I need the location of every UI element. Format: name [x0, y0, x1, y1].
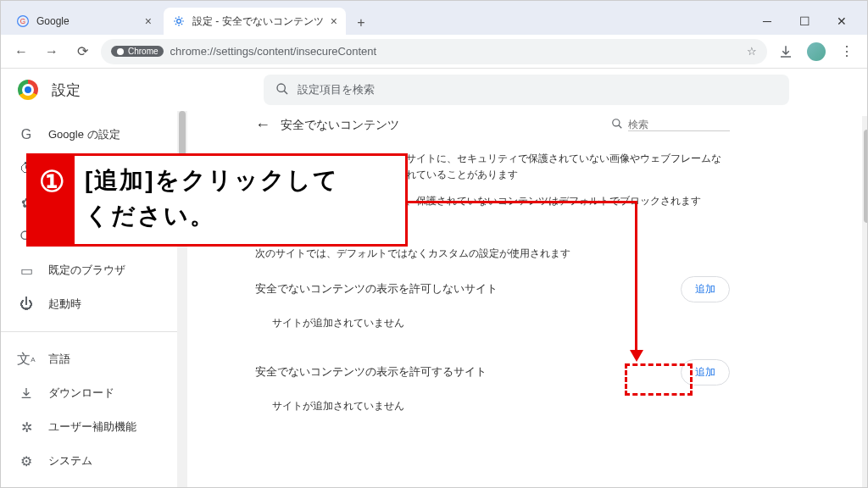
sidebar-item-startup[interactable]: ⏻起動時: [1, 287, 187, 321]
maximize-button[interactable]: ☐: [786, 8, 823, 35]
scroll-down-icon[interactable]: ▾: [862, 474, 868, 487]
sidebar-item-label: ダウンロード: [48, 385, 114, 401]
search-icon: [275, 82, 289, 98]
breadcrumb: ← 安全でないコンテンツ: [255, 116, 730, 134]
chrome-badge-label: Chrome: [128, 47, 159, 56]
sidebar-item-label: 言語: [48, 352, 70, 367]
sidebar-item-languages[interactable]: 文A言語: [1, 342, 187, 376]
block-sites-title: 安全でないコンテンツの表示を許可しないサイト: [255, 281, 498, 297]
scrollbar-thumb[interactable]: [864, 130, 868, 223]
google-favicon-icon: G: [16, 14, 30, 28]
sidebar-item-label: Google の設定: [48, 127, 120, 142]
profile-icon[interactable]: [804, 40, 828, 64]
annotation-callout: ① [追加]をクリックして ください。: [26, 153, 408, 247]
toolbar: ← → ⟳ Chrome chrome://settings/content/i…: [1, 35, 867, 69]
sidebar-item-label: 起動時: [48, 297, 81, 312]
titlebar: G Google × 設定 - 安全でないコンテンツ × + ─ ☐ ✕: [1, 1, 867, 35]
page-title: 安全でないコンテンツ: [281, 118, 399, 133]
annotation-text-line1: [追加]をクリックして: [85, 163, 395, 198]
annotation-connector-v: [635, 201, 637, 353]
page-scrollbar[interactable]: ▴ ▾: [862, 116, 868, 487]
tab-title: 設定 - 安全でないコンテンツ: [192, 14, 324, 29]
svg-text:G: G: [20, 18, 25, 25]
annotation-arrowhead-icon: [630, 350, 643, 362]
svg-point-6: [613, 119, 620, 126]
block-empty-note: サイトが追加されていません: [255, 309, 730, 344]
download-icon[interactable]: [774, 40, 798, 64]
system-icon: ⚙: [18, 452, 35, 469]
bookmark-star-icon[interactable]: ☆: [747, 45, 757, 58]
menu-icon[interactable]: ⋮: [835, 40, 859, 64]
back-arrow-icon[interactable]: ←: [255, 116, 270, 134]
new-tab-button[interactable]: +: [349, 11, 373, 35]
settings-title: 設定: [52, 80, 81, 100]
omnibox[interactable]: Chrome chrome://settings/content/insecur…: [101, 39, 767, 64]
allow-sites-title: 安全でないコンテンツの表示を許可するサイト: [255, 364, 487, 380]
sidebar-item-google[interactable]: GGoogle の設定: [1, 118, 187, 152]
chrome-badge-icon: Chrome: [111, 46, 164, 57]
sidebar-item-default-browser[interactable]: ▭既定のブラウザ: [1, 253, 187, 287]
settings-search-placeholder: 設定項目を検索: [298, 82, 375, 97]
tab-title: Google: [36, 15, 138, 27]
page-search[interactable]: [611, 118, 730, 132]
annotation-text-line2: ください。: [85, 198, 395, 234]
close-icon[interactable]: ×: [331, 14, 337, 28]
close-window-button[interactable]: ✕: [823, 8, 860, 35]
sidebar-item-label: システム: [48, 453, 92, 469]
language-icon: 文A: [18, 351, 35, 368]
settings-search: 設定項目を検索: [264, 75, 789, 105]
sidebar-separator: [1, 331, 187, 332]
annotation-connector-h: [408, 201, 637, 203]
settings-search-box[interactable]: 設定項目を検索: [264, 75, 789, 105]
sidebar-item-downloads[interactable]: ダウンロード: [1, 376, 187, 410]
reload-button[interactable]: ⟳: [70, 40, 94, 64]
page-search-input[interactable]: [628, 119, 730, 131]
svg-point-2: [177, 19, 181, 24]
search-icon: [611, 118, 623, 132]
minimize-button[interactable]: ─: [748, 8, 786, 35]
add-block-button[interactable]: 追加: [681, 276, 730, 302]
svg-point-4: [277, 84, 285, 92]
back-button[interactable]: ←: [9, 40, 33, 64]
svg-point-3: [117, 48, 124, 55]
custom-sub: 次のサイトでは、デフォルトではなくカスタムの設定が使用されます: [255, 247, 730, 261]
settings-header: 設定 設定項目を検索: [1, 69, 867, 111]
sidebar-item-accessibility[interactable]: ✲ユーザー補助機能: [1, 410, 187, 444]
block-sites-row: 安全でないコンテンツの表示を許可しないサイト 追加: [255, 276, 730, 302]
download-icon: [18, 385, 35, 402]
scroll-up-icon[interactable]: ▴: [862, 116, 868, 130]
browser-icon: ▭: [18, 262, 35, 279]
annotation-target-highlight: [625, 363, 693, 396]
forward-button[interactable]: →: [40, 40, 64, 64]
url-text: chrome://settings/content/insecureConten…: [170, 45, 377, 58]
tab-settings[interactable]: 設定 - 安全でないコンテンツ ×: [164, 8, 346, 35]
sidebar-item-system[interactable]: ⚙システム: [1, 444, 187, 478]
google-icon: G: [18, 126, 35, 143]
tab-google[interactable]: G Google ×: [8, 8, 160, 35]
annotation-text: [追加]をクリックして ください。: [75, 156, 405, 244]
sidebar-item-label: ユーザー補助機能: [48, 419, 136, 435]
window-controls: ─ ☐ ✕: [748, 8, 860, 35]
close-icon[interactable]: ×: [145, 14, 152, 28]
accessibility-icon: ✲: [18, 419, 35, 435]
gear-favicon-icon: [172, 14, 186, 28]
allow-empty-note: サイトが追加されていません: [255, 392, 730, 427]
annotation-number-badge: ①: [29, 156, 75, 244]
sidebar-item-label: 既定のブラウザ: [48, 263, 125, 278]
power-icon: ⏻: [18, 296, 35, 313]
chrome-logo-icon: [18, 80, 38, 100]
